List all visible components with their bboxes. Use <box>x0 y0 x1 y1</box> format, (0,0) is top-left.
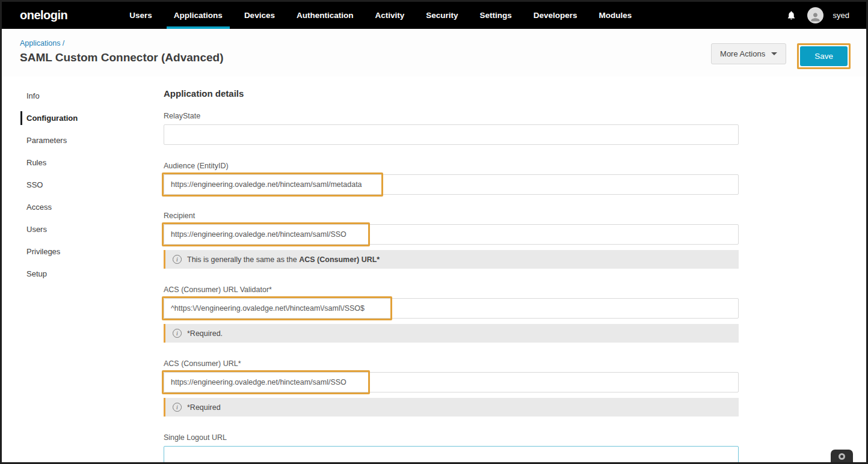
header-actions: More Actions Save <box>711 37 851 69</box>
field-single-logout-url: Single Logout URL <box>164 433 739 464</box>
info-icon: i <box>173 329 182 338</box>
acs-url-validator-input[interactable] <box>164 298 739 319</box>
info-note: i *Required. <box>164 324 739 343</box>
nav-right-controls: syed <box>786 2 866 29</box>
field-label: Recipient <box>164 212 739 220</box>
field-label: RelayState <box>164 112 739 120</box>
sidebar-item-access[interactable]: Access <box>2 196 146 218</box>
nav-item-settings[interactable]: Settings <box>469 2 522 29</box>
annotation-highlight-save: Save <box>797 43 851 69</box>
top-navigation: onelogin Users Applications Devices Auth… <box>2 2 866 29</box>
acs-url-input[interactable] <box>164 372 739 392</box>
field-acs-url: ACS (Consumer) URL* i *Required <box>164 359 739 417</box>
info-icon: i <box>173 255 182 264</box>
info-note: i *Required <box>164 398 739 417</box>
nav-item-developers[interactable]: Developers <box>523 2 588 29</box>
save-button[interactable]: Save <box>800 46 848 66</box>
more-actions-label: More Actions <box>720 49 765 58</box>
page-header: Applications / SAML Custom Connector (Ad… <box>2 29 866 76</box>
sidebar-item-configuration[interactable]: Configuration <box>2 107 146 129</box>
onelogin-admin-screen: onelogin Users Applications Devices Auth… <box>0 0 868 464</box>
page-header-titles: Applications / SAML Custom Connector (Ad… <box>20 37 224 64</box>
sidebar-item-setup[interactable]: Setup <box>2 263 146 285</box>
sidebar-item-privileges[interactable]: Privileges <box>2 240 146 263</box>
field-label: Single Logout URL <box>164 433 739 442</box>
onelogin-logo: onelogin <box>2 2 85 29</box>
field-label: Audience (EntityID) <box>164 162 739 170</box>
main-panel: Application details RelayState Audience … <box>146 76 866 464</box>
field-audience-entityid: Audience (EntityID) <box>164 162 739 195</box>
notifications-bell-icon[interactable] <box>786 10 798 22</box>
field-label: ACS (Consumer) URL Validator* <box>164 285 739 294</box>
sidebar-item-parameters[interactable]: Parameters <box>2 129 146 151</box>
breadcrumb[interactable]: Applications / <box>20 39 64 47</box>
sidebar-item-users[interactable]: Users <box>2 218 146 240</box>
single-logout-url-input[interactable] <box>164 446 739 464</box>
sidebar-item-rules[interactable]: Rules <box>2 151 146 174</box>
chevron-down-icon <box>771 52 777 55</box>
field-acs-url-validator: ACS (Consumer) URL Validator* i *Require… <box>164 285 739 343</box>
page-title: SAML Custom Connector (Advanced) <box>20 51 224 64</box>
chat-widget-icon[interactable] <box>831 450 853 462</box>
section-title: Application details <box>164 88 739 99</box>
more-actions-button[interactable]: More Actions <box>711 43 786 64</box>
note-text: *Required. <box>187 329 223 338</box>
nav-menu: Users Applications Devices Authenticatio… <box>119 2 785 29</box>
nav-item-security[interactable]: Security <box>415 2 469 29</box>
user-avatar[interactable] <box>807 7 823 23</box>
audience-entityid-input[interactable] <box>164 174 739 195</box>
recipient-input[interactable] <box>164 224 739 245</box>
chat-widget-glyph <box>839 453 845 460</box>
nav-item-authentication[interactable]: Authentication <box>286 2 365 29</box>
nav-item-modules[interactable]: Modules <box>588 2 643 29</box>
content-area: Info Configuration Parameters Rules SSO … <box>2 76 866 464</box>
username-label[interactable]: syed <box>833 11 849 20</box>
nav-item-activity[interactable]: Activity <box>364 2 415 29</box>
sidebar-item-info[interactable]: Info <box>2 85 146 107</box>
info-note: i This is generally the same as the ACS … <box>164 250 739 269</box>
note-text: *Required <box>187 403 221 412</box>
info-icon: i <box>173 403 182 412</box>
sidebar: Info Configuration Parameters Rules SSO … <box>2 76 146 285</box>
relaystate-input[interactable] <box>164 124 739 145</box>
sidebar-item-sso[interactable]: SSO <box>2 174 146 196</box>
note-text: This is generally the same as the ACS (C… <box>187 255 380 264</box>
nav-item-devices[interactable]: Devices <box>233 2 286 29</box>
field-relaystate: RelayState <box>164 112 739 145</box>
nav-item-users[interactable]: Users <box>119 2 163 29</box>
nav-item-applications[interactable]: Applications <box>163 2 233 29</box>
field-recipient: Recipient i This is generally the same a… <box>164 212 739 269</box>
field-label: ACS (Consumer) URL* <box>164 359 739 368</box>
